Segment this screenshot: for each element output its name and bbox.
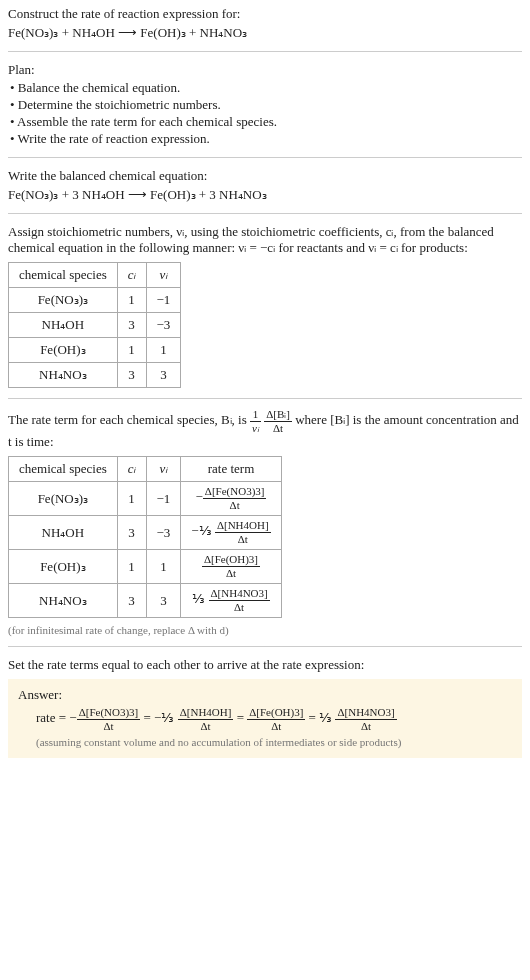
plan-item: • Balance the chemical equation. xyxy=(10,80,522,96)
answer-equation: rate = −Δ[Fe(NO3)3]Δt = −⅓ Δ[NH4OH]Δt = … xyxy=(36,707,512,732)
cell-nu: −3 xyxy=(146,516,181,550)
table-row: Fe(OH)₃ 1 1 Δ[Fe(OH)3]Δt xyxy=(9,550,282,584)
plan-item: • Determine the stoichiometric numbers. xyxy=(10,97,522,113)
final-title: Set the rate terms equal to each other t… xyxy=(8,657,522,673)
cell-species: NH₄OH xyxy=(9,313,118,338)
answer-label: Answer: xyxy=(18,687,512,703)
stoich-table: chemical species cᵢ νᵢ Fe(NO₃)₃ 1 −1 NH₄… xyxy=(8,262,181,388)
table-row: Fe(NO₃)₃ 1 −1 −Δ[Fe(NO3)3]Δt xyxy=(9,482,282,516)
stoich-intro: Assign stoichiometric numbers, νᵢ, using… xyxy=(8,224,522,256)
table-row: NH₄NO₃ 3 3 xyxy=(9,363,181,388)
rate-term-table: chemical species cᵢ νᵢ rate term Fe(NO₃)… xyxy=(8,456,282,618)
prompt-text: Construct the rate of reaction expressio… xyxy=(8,6,522,22)
rate-intro-text-a: The rate term for each chemical species,… xyxy=(8,412,250,427)
cell-species: Fe(NO₃)₃ xyxy=(9,288,118,313)
balanced-title: Write the balanced chemical equation: xyxy=(8,168,522,184)
rate-term-section: The rate term for each chemical species,… xyxy=(8,409,522,636)
unbalanced-equation: Fe(NO₃)₃ + NH₄OH ⟶ Fe(OH)₃ + NH₄NO₃ xyxy=(8,25,522,41)
table-row: NH₄OH 3 −3 −⅓ Δ[NH4OH]Δt xyxy=(9,516,282,550)
divider xyxy=(8,398,522,399)
cell-nu: 1 xyxy=(146,550,181,584)
answer-box: Answer: rate = −Δ[Fe(NO3)3]Δt = −⅓ Δ[NH4… xyxy=(8,679,522,758)
col-c: cᵢ xyxy=(117,457,146,482)
cell-species: NH₄NO₃ xyxy=(9,363,118,388)
problem-header: Construct the rate of reaction expressio… xyxy=(8,6,522,41)
cell-c: 3 xyxy=(117,516,146,550)
cell-c: 3 xyxy=(117,363,146,388)
table-header-row: chemical species cᵢ νᵢ xyxy=(9,263,181,288)
col-nu: νᵢ xyxy=(146,263,181,288)
cell-rate: −Δ[Fe(NO3)3]Δt xyxy=(181,482,281,516)
cell-rate: Δ[Fe(OH)3]Δt xyxy=(181,550,281,584)
cell-species: NH₄NO₃ xyxy=(9,584,118,618)
cell-c: 1 xyxy=(117,288,146,313)
plan-item: • Write the rate of reaction expression. xyxy=(10,131,522,147)
cell-c: 1 xyxy=(117,550,146,584)
table-row: NH₄NO₃ 3 3 ⅓ Δ[NH4NO3]Δt xyxy=(9,584,282,618)
cell-nu: 3 xyxy=(146,584,181,618)
col-c: cᵢ xyxy=(117,263,146,288)
cell-rate: ⅓ Δ[NH4NO3]Δt xyxy=(181,584,281,618)
divider xyxy=(8,646,522,647)
answer-note: (assuming constant volume and no accumul… xyxy=(36,736,512,748)
cell-c: 3 xyxy=(117,313,146,338)
col-species: chemical species xyxy=(9,263,118,288)
cell-species: Fe(NO₃)₃ xyxy=(9,482,118,516)
final-section: Set the rate terms equal to each other t… xyxy=(8,657,522,758)
cell-nu: 3 xyxy=(146,363,181,388)
table-row: Fe(OH)₃ 1 1 xyxy=(9,338,181,363)
cell-rate: −⅓ Δ[NH4OH]Δt xyxy=(181,516,281,550)
plan-list: • Balance the chemical equation. • Deter… xyxy=(10,80,522,147)
divider xyxy=(8,213,522,214)
col-species: chemical species xyxy=(9,457,118,482)
balanced-equation: Fe(NO₃)₃ + 3 NH₄OH ⟶ Fe(OH)₃ + 3 NH₄NO₃ xyxy=(8,187,522,203)
rate-intro: The rate term for each chemical species,… xyxy=(8,409,522,450)
table-row: NH₄OH 3 −3 xyxy=(9,313,181,338)
stoich-section: Assign stoichiometric numbers, νᵢ, using… xyxy=(8,224,522,388)
balanced-section: Write the balanced chemical equation: Fe… xyxy=(8,168,522,203)
infinitesimal-note: (for infinitesimal rate of change, repla… xyxy=(8,624,522,636)
cell-nu: −1 xyxy=(146,482,181,516)
col-nu: νᵢ xyxy=(146,457,181,482)
cell-nu: 1 xyxy=(146,338,181,363)
cell-nu: −3 xyxy=(146,313,181,338)
cell-c: 1 xyxy=(117,482,146,516)
table-header-row: chemical species cᵢ νᵢ rate term xyxy=(9,457,282,482)
rate-intro-frac2: Δ[Bᵢ] Δt xyxy=(264,409,292,434)
plan-title: Plan: xyxy=(8,62,522,78)
plan-section: Plan: • Balance the chemical equation. •… xyxy=(8,62,522,147)
cell-species: Fe(OH)₃ xyxy=(9,550,118,584)
divider xyxy=(8,51,522,52)
table-row: Fe(NO₃)₃ 1 −1 xyxy=(9,288,181,313)
plan-item: • Assemble the rate term for each chemic… xyxy=(10,114,522,130)
col-rate: rate term xyxy=(181,457,281,482)
divider xyxy=(8,157,522,158)
cell-species: Fe(OH)₃ xyxy=(9,338,118,363)
rate-intro-frac1: 1 νᵢ xyxy=(250,409,261,434)
cell-c: 1 xyxy=(117,338,146,363)
cell-c: 3 xyxy=(117,584,146,618)
cell-species: NH₄OH xyxy=(9,516,118,550)
cell-nu: −1 xyxy=(146,288,181,313)
